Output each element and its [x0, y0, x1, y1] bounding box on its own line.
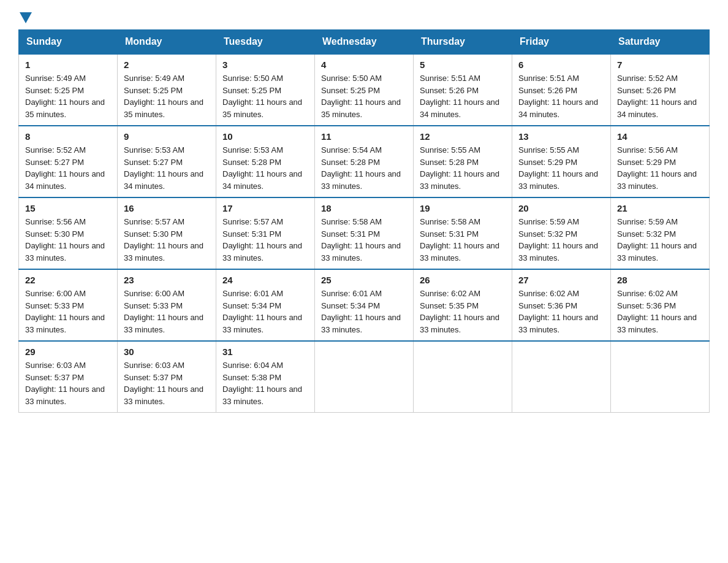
day-number: 26 [420, 275, 506, 285]
sunrise-label: Sunrise: 5:56 AM [617, 145, 678, 155]
daylight-label: Daylight: 11 hours and 35 minutes. [124, 98, 203, 119]
day-info: Sunrise: 5:56 AM Sunset: 5:29 PM Dayligh… [617, 144, 703, 192]
sunrise-label: Sunrise: 5:54 AM [321, 145, 382, 155]
calendar-cell: 11 Sunrise: 5:54 AM Sunset: 5:28 PM Dayl… [315, 126, 414, 197]
day-info: Sunrise: 5:55 AM Sunset: 5:28 PM Dayligh… [420, 144, 506, 192]
day-info: Sunrise: 6:03 AM Sunset: 5:37 PM Dayligh… [25, 359, 111, 407]
day-info: Sunrise: 6:04 AM Sunset: 5:38 PM Dayligh… [222, 359, 308, 407]
sunset-label: Sunset: 5:34 PM [222, 301, 281, 310]
daylight-label: Daylight: 11 hours and 33 minutes. [321, 313, 401, 334]
day-info: Sunrise: 5:55 AM Sunset: 5:29 PM Dayligh… [518, 144, 604, 192]
daylight-label: Daylight: 11 hours and 33 minutes. [420, 241, 499, 262]
daylight-label: Daylight: 11 hours and 33 minutes. [222, 385, 302, 406]
day-number: 28 [617, 275, 703, 285]
daylight-label: Daylight: 11 hours and 33 minutes. [420, 169, 499, 191]
daylight-label: Daylight: 11 hours and 33 minutes. [321, 169, 401, 191]
sunset-label: Sunset: 5:27 PM [124, 158, 183, 167]
calendar-cell: 14 Sunrise: 5:56 AM Sunset: 5:29 PM Dayl… [611, 126, 710, 197]
calendar-header: Sunday Monday Tuesday Wednesday Thursday… [19, 30, 710, 55]
sunrise-label: Sunrise: 6:00 AM [124, 289, 184, 298]
calendar-cell: 18 Sunrise: 5:58 AM Sunset: 5:31 PM Dayl… [315, 197, 414, 269]
day-number: 17 [222, 203, 308, 213]
calendar-cell: 2 Sunrise: 5:49 AM Sunset: 5:25 PM Dayli… [118, 54, 216, 126]
sunset-label: Sunset: 5:26 PM [617, 86, 676, 95]
daylight-label: Daylight: 11 hours and 33 minutes. [222, 313, 302, 334]
sunrise-label: Sunrise: 5:57 AM [222, 217, 283, 226]
sunrise-label: Sunrise: 5:58 AM [321, 217, 382, 226]
day-number: 4 [321, 59, 407, 70]
day-number: 12 [420, 131, 506, 142]
day-info: Sunrise: 5:51 AM Sunset: 5:26 PM Dayligh… [420, 72, 506, 120]
sunset-label: Sunset: 5:33 PM [124, 301, 183, 310]
sunrise-label: Sunrise: 5:58 AM [420, 217, 480, 226]
day-info: Sunrise: 5:59 AM Sunset: 5:32 PM Dayligh… [518, 216, 604, 264]
day-number: 8 [25, 131, 111, 142]
day-info: Sunrise: 5:49 AM Sunset: 5:25 PM Dayligh… [124, 72, 210, 120]
sunrise-label: Sunrise: 6:01 AM [222, 289, 283, 298]
day-number: 20 [518, 203, 604, 213]
calendar-cell: 29 Sunrise: 6:03 AM Sunset: 5:37 PM Dayl… [19, 341, 118, 413]
day-info: Sunrise: 5:58 AM Sunset: 5:31 PM Dayligh… [321, 216, 407, 264]
daylight-label: Daylight: 11 hours and 33 minutes. [321, 241, 401, 262]
sunrise-label: Sunrise: 5:50 AM [321, 74, 382, 83]
calendar-cell: 30 Sunrise: 6:03 AM Sunset: 5:37 PM Dayl… [118, 341, 216, 413]
sunrise-label: Sunrise: 5:49 AM [124, 74, 184, 83]
day-number: 3 [222, 59, 308, 70]
day-number: 22 [25, 275, 111, 285]
sunset-label: Sunset: 5:35 PM [420, 301, 479, 310]
calendar-cell [512, 341, 611, 413]
day-number: 18 [321, 203, 407, 213]
daylight-label: Daylight: 11 hours and 33 minutes. [25, 385, 105, 406]
sunset-label: Sunset: 5:37 PM [25, 373, 84, 382]
daylight-label: Daylight: 11 hours and 34 minutes. [518, 98, 598, 119]
header-wednesday: Wednesday [315, 30, 414, 55]
sunrise-label: Sunrise: 5:59 AM [518, 217, 579, 226]
day-info: Sunrise: 5:51 AM Sunset: 5:26 PM Dayligh… [518, 72, 604, 120]
header-friday: Friday [512, 30, 611, 55]
day-info: Sunrise: 6:00 AM Sunset: 5:33 PM Dayligh… [25, 288, 111, 335]
sunrise-label: Sunrise: 5:52 AM [25, 145, 86, 155]
daylight-label: Daylight: 11 hours and 33 minutes. [617, 169, 697, 191]
day-info: Sunrise: 6:01 AM Sunset: 5:34 PM Dayligh… [321, 288, 407, 335]
calendar-cell: 5 Sunrise: 5:51 AM Sunset: 5:26 PM Dayli… [414, 54, 512, 126]
day-number: 13 [518, 131, 604, 142]
calendar-cell: 22 Sunrise: 6:00 AM Sunset: 5:33 PM Dayl… [19, 269, 118, 341]
logo-triangle-icon [20, 12, 32, 23]
calendar-cell: 7 Sunrise: 5:52 AM Sunset: 5:26 PM Dayli… [611, 54, 710, 126]
day-info: Sunrise: 5:53 AM Sunset: 5:27 PM Dayligh… [124, 144, 210, 192]
day-number: 15 [25, 203, 111, 213]
daylight-label: Daylight: 11 hours and 33 minutes. [518, 313, 598, 334]
logo [18, 12, 33, 23]
sunrise-label: Sunrise: 5:49 AM [25, 74, 86, 83]
sunset-label: Sunset: 5:25 PM [25, 86, 84, 95]
sunset-label: Sunset: 5:33 PM [25, 301, 84, 310]
calendar-cell: 6 Sunrise: 5:51 AM Sunset: 5:26 PM Dayli… [512, 54, 611, 126]
day-info: Sunrise: 6:02 AM Sunset: 5:36 PM Dayligh… [617, 288, 703, 335]
calendar-cell: 4 Sunrise: 5:50 AM Sunset: 5:25 PM Dayli… [315, 54, 414, 126]
sunset-label: Sunset: 5:31 PM [222, 229, 281, 239]
day-info: Sunrise: 6:02 AM Sunset: 5:36 PM Dayligh… [518, 288, 604, 335]
day-number: 6 [518, 59, 604, 70]
calendar-cell: 27 Sunrise: 6:02 AM Sunset: 5:36 PM Dayl… [512, 269, 611, 341]
sunrise-label: Sunrise: 5:52 AM [617, 74, 678, 83]
calendar-cell: 13 Sunrise: 5:55 AM Sunset: 5:29 PM Dayl… [512, 126, 611, 197]
daylight-label: Daylight: 11 hours and 33 minutes. [124, 241, 203, 262]
day-number: 25 [321, 275, 407, 285]
sunset-label: Sunset: 5:34 PM [321, 301, 380, 310]
day-info: Sunrise: 5:49 AM Sunset: 5:25 PM Dayligh… [25, 72, 111, 120]
daylight-label: Daylight: 11 hours and 33 minutes. [124, 385, 203, 406]
calendar-cell: 16 Sunrise: 5:57 AM Sunset: 5:30 PM Dayl… [118, 197, 216, 269]
sunrise-label: Sunrise: 5:59 AM [617, 217, 678, 226]
daylight-label: Daylight: 11 hours and 35 minutes. [25, 98, 105, 119]
daylight-label: Daylight: 11 hours and 33 minutes. [617, 313, 697, 334]
week-row-4: 22 Sunrise: 6:00 AM Sunset: 5:33 PM Dayl… [19, 269, 710, 341]
calendar-cell [315, 341, 414, 413]
day-number: 21 [617, 203, 703, 213]
sunset-label: Sunset: 5:29 PM [617, 158, 676, 167]
sunset-label: Sunset: 5:25 PM [222, 86, 281, 95]
day-number: 29 [25, 347, 111, 357]
calendar-cell: 17 Sunrise: 5:57 AM Sunset: 5:31 PM Dayl… [216, 197, 315, 269]
header-thursday: Thursday [414, 30, 512, 55]
sunset-label: Sunset: 5:32 PM [518, 229, 577, 239]
calendar-cell: 21 Sunrise: 5:59 AM Sunset: 5:32 PM Dayl… [611, 197, 710, 269]
